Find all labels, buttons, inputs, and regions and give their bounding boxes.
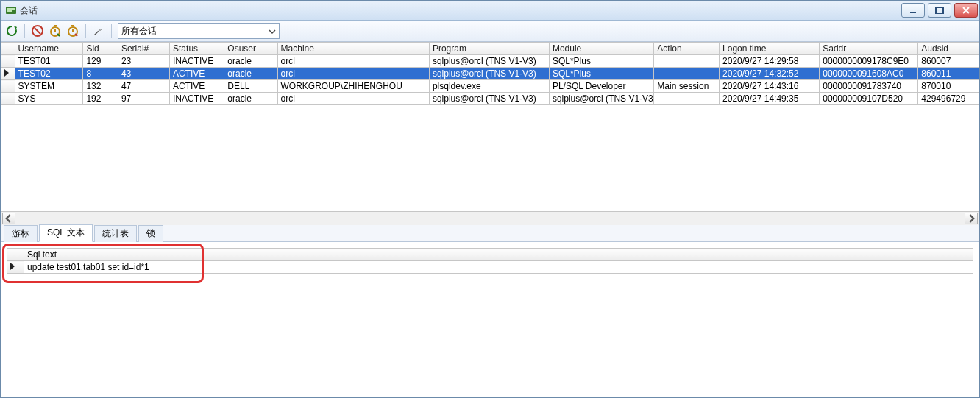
toolbar-separator	[111, 24, 112, 38]
cell[interactable]: WORKGROUP\ZHIHENGHOU	[277, 80, 429, 93]
wrench-icon[interactable]	[92, 24, 105, 38]
cell[interactable]: 429496729	[918, 93, 979, 105]
cell[interactable]: orcl	[277, 55, 429, 68]
cell[interactable]: 47	[118, 80, 169, 93]
row-marker	[1, 55, 15, 68]
minimize-button[interactable]	[901, 3, 925, 18]
cell[interactable]: 860011	[918, 68, 979, 80]
cell[interactable]: INACTIVE	[170, 55, 224, 68]
col-action[interactable]: Action	[654, 43, 720, 55]
cell[interactable]: plsqldev.exe	[429, 80, 549, 93]
cell[interactable]: 2020/9/27 14:32:52	[720, 68, 820, 80]
detail-panel: Sql text update test01.tab01 set id=id*1	[1, 242, 979, 397]
scroll-left-icon[interactable]	[2, 213, 15, 224]
sql-row[interactable]: update test01.tab01 set id=id*1	[7, 261, 973, 274]
cell[interactable]: 860007	[918, 55, 979, 68]
table-row[interactable]: TEST02843ACTIVEoracleorclsqlplus@orcl (T…	[1, 68, 979, 80]
cell[interactable]: sqlplus@orcl (TNS V1-V3)	[549, 93, 653, 105]
timer-stop-icon[interactable]	[66, 24, 79, 38]
cell[interactable]: sqlplus@orcl (TNS V1-V3)	[429, 68, 549, 80]
col-status[interactable]: Status	[170, 43, 224, 55]
cell[interactable]: 2020/9/27 14:43:16	[720, 80, 820, 93]
col-osuser[interactable]: Osuser	[224, 43, 277, 55]
cell[interactable]: INACTIVE	[170, 93, 224, 105]
toolbar-separator	[85, 24, 86, 38]
cell[interactable]: TEST02	[15, 68, 83, 80]
tab-SQL 文本[interactable]: SQL 文本	[39, 224, 93, 242]
grid-header-row: Username Sid Serial# Status Osuser Machi…	[1, 43, 979, 55]
timer-start-icon[interactable]	[49, 24, 62, 38]
cell[interactable]: DELL	[224, 80, 277, 93]
col-module[interactable]: Module	[549, 43, 653, 55]
window-title: 会话	[20, 4, 38, 17]
cell[interactable]: 129	[83, 55, 118, 68]
cell[interactable]: 0000000091608AC0	[820, 68, 918, 80]
col-saddr[interactable]: Saddr	[820, 43, 918, 55]
col-username[interactable]: Username	[15, 43, 83, 55]
sessions-grid-area: Username Sid Serial# Status Osuser Machi…	[1, 42, 979, 211]
cell[interactable]	[654, 55, 720, 68]
cell[interactable]: oracle	[224, 55, 277, 68]
cell[interactable]: sqlplus@orcl (TNS V1-V3)	[429, 55, 549, 68]
cell[interactable]: SQL*Plus	[549, 68, 653, 80]
cell[interactable]: 000000009107D520	[820, 93, 918, 105]
svg-rect-1	[7, 8, 15, 10]
chevron-down-icon	[269, 27, 276, 35]
cell[interactable]: Main session	[654, 80, 720, 93]
maximize-button[interactable]	[928, 3, 951, 18]
col-serial[interactable]: Serial#	[118, 43, 169, 55]
cell[interactable]: 8	[83, 68, 118, 80]
cell[interactable]: 0000000009178C9E0	[820, 55, 918, 68]
col-logontime[interactable]: Logon time	[720, 43, 820, 55]
col-machine[interactable]: Machine	[277, 43, 429, 55]
rowmark-header	[1, 43, 15, 55]
sql-text-cell[interactable]: update test01.tab01 set id=id*1	[24, 261, 973, 274]
cell[interactable]: ACTIVE	[170, 80, 224, 93]
cell[interactable]: oracle	[224, 68, 277, 80]
cell[interactable]: 0000000091783740	[820, 80, 918, 93]
table-row[interactable]: SYSTEM13247ACTIVEDELLWORKGROUP\ZHIHENGHO…	[1, 80, 979, 93]
cell[interactable]: 97	[118, 93, 169, 105]
cell[interactable]: 870010	[918, 80, 979, 93]
cell[interactable]: 43	[118, 68, 169, 80]
table-row[interactable]: TEST0112923INACTIVEoracleorclsqlplus@orc…	[1, 55, 979, 68]
cell[interactable]: ACTIVE	[170, 68, 224, 80]
cell[interactable]: orcl	[277, 68, 429, 80]
tab-统计表[interactable]: 统计表	[94, 225, 137, 242]
cell[interactable]	[654, 68, 720, 80]
cell[interactable]: 132	[83, 80, 118, 93]
cell[interactable]	[654, 93, 720, 105]
cell[interactable]: 23	[118, 55, 169, 68]
cell[interactable]: 2020/9/27 14:49:35	[720, 93, 820, 105]
svg-rect-2	[7, 10, 12, 12]
sessions-scrollbar[interactable]	[1, 211, 979, 225]
close-button[interactable]	[954, 3, 978, 18]
sessions-grid[interactable]: Username Sid Serial# Status Osuser Machi…	[1, 42, 979, 105]
scroll-right-icon[interactable]	[965, 213, 978, 224]
cell[interactable]: oracle	[224, 93, 277, 105]
toolbar-separator	[24, 24, 25, 38]
cell[interactable]: SYSTEM	[15, 80, 83, 93]
stop-icon[interactable]	[31, 24, 44, 38]
tab-锁[interactable]: 锁	[138, 225, 163, 242]
cell[interactable]: PL/SQL Developer	[549, 80, 653, 93]
cell[interactable]: 192	[83, 93, 118, 105]
table-row[interactable]: SYS19297INACTIVEoracleorclsqlplus@orcl (…	[1, 93, 979, 105]
cell[interactable]: 2020/9/27 14:29:58	[720, 55, 820, 68]
refresh-icon[interactable]	[5, 24, 18, 38]
sql-rowmark-header	[7, 249, 24, 261]
tab-游标[interactable]: 游标	[4, 225, 38, 242]
cell[interactable]: SQL*Plus	[549, 55, 653, 68]
cell[interactable]: orcl	[277, 93, 429, 105]
titlebar[interactable]: 会话	[1, 1, 979, 21]
sql-col-text[interactable]: Sql text	[24, 249, 973, 261]
col-program[interactable]: Program	[429, 43, 549, 55]
cell[interactable]: TEST01	[15, 55, 83, 68]
row-marker	[1, 93, 15, 105]
col-sid[interactable]: Sid	[83, 43, 118, 55]
cell[interactable]: SYS	[15, 93, 83, 105]
cell[interactable]: sqlplus@orcl (TNS V1-V3)	[429, 93, 549, 105]
session-filter-select[interactable]: 所有会话	[118, 23, 280, 39]
col-audsid[interactable]: Audsid	[918, 43, 979, 55]
sql-text-grid[interactable]: Sql text update test01.tab01 set id=id*1	[7, 248, 973, 274]
